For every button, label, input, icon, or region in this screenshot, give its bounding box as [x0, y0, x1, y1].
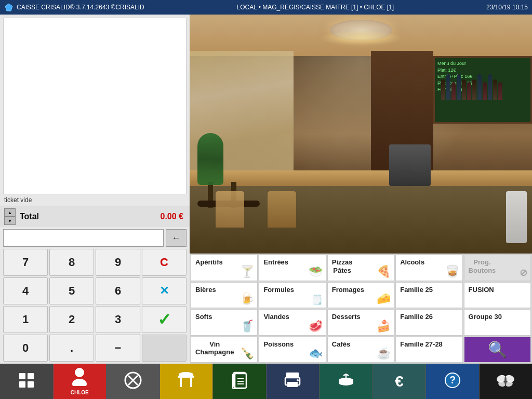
category-entrees[interactable]: Entrées 🥗	[259, 255, 326, 281]
key-minus[interactable]: −	[96, 335, 140, 362]
svg-marker-0	[5, 4, 12, 11]
key-8[interactable]: 8	[49, 249, 94, 276]
total-label: Total	[18, 212, 158, 221]
app-info: CAISSE CRISALID® 3.7.14.2643 ©CRISALID	[4, 3, 144, 12]
toolbar-cancel-button[interactable]	[107, 364, 160, 399]
svg-point-5	[75, 368, 84, 377]
toolbar-orders-button[interactable]	[213, 364, 267, 399]
svg-rect-3	[19, 381, 25, 388]
category-groupe-30[interactable]: Groupe 30	[464, 309, 531, 336]
titlebar: CAISSE CRISALID® 3.7.14.2643 ©CRISALID L…	[0, 0, 532, 15]
category-pizzas-pates[interactable]: PizzasPâtes 🍕	[327, 255, 394, 281]
toolbar-euro-button[interactable]: €	[373, 364, 427, 399]
total-scroll-arrows: ▲ ▼	[4, 208, 16, 225]
key-1[interactable]: 1	[3, 306, 48, 333]
alcools-icon: 🥃	[445, 265, 459, 278]
key-4[interactable]: 4	[3, 277, 48, 304]
datetime: 23/10/19 10:15	[486, 4, 528, 11]
key-clear[interactable]: C	[142, 249, 187, 276]
category-aperitifs[interactable]: Apéritifs 🍸	[191, 255, 258, 281]
svg-rect-22	[287, 382, 298, 387]
key-2[interactable]: 2	[49, 306, 94, 333]
key-ok[interactable]: ✓	[142, 306, 187, 333]
formules-icon: 🗒️	[311, 294, 323, 305]
key-3[interactable]: 3	[96, 306, 140, 333]
grid-icon	[18, 372, 35, 391]
toolbar-butterfly-button[interactable]	[480, 364, 533, 399]
search-icon: 🔍	[488, 340, 507, 358]
toolbar-table-button[interactable]	[160, 364, 214, 399]
categories-grid: Apéritifs 🍸 Entrées 🥗 PizzasPâtes 🍕 Alco…	[190, 254, 532, 364]
category-fusion[interactable]: FUSION	[464, 282, 531, 309]
softs-icon: 🥤	[240, 320, 254, 333]
print-icon	[283, 371, 302, 392]
toolbar-menu-button[interactable]	[320, 364, 373, 399]
key-cancel[interactable]: ✕	[142, 277, 187, 304]
scroll-down-button[interactable]: ▼	[4, 217, 16, 225]
svg-point-6	[72, 379, 87, 386]
receipt-list	[4, 18, 186, 194]
category-softs[interactable]: Softs 🥤	[191, 309, 258, 336]
svg-rect-2	[28, 373, 34, 379]
category-famille-25[interactable]: Famille 25	[395, 282, 462, 309]
scroll-up-button[interactable]: ▲	[4, 208, 16, 217]
app-logo-icon	[4, 3, 14, 12]
category-desserts[interactable]: Desserts 🍰	[327, 309, 394, 336]
category-poissons[interactable]: Poissons 🐟	[259, 337, 326, 363]
category-search[interactable]: 🔍	[464, 337, 531, 363]
table-icon	[177, 371, 195, 392]
category-prog-boutons[interactable]: Prog.Boutons ⊘	[464, 255, 531, 281]
category-famille-27-28[interactable]: Famille 27-28	[395, 337, 462, 363]
chloe-label: CHLOE	[71, 390, 89, 395]
category-cafes[interactable]: Cafés ☕	[327, 337, 394, 363]
key-empty	[142, 335, 187, 362]
category-viandes[interactable]: Viandes 🥩	[259, 309, 326, 336]
total-bar: ▲ ▼ Total 0.00 €	[0, 206, 190, 227]
category-alcools[interactable]: Alcools 🥃	[395, 255, 462, 281]
euro-icon: €	[395, 374, 404, 389]
bar-image: Menu du JourPlat: 12€Entrée+Plat: 16€Pla…	[190, 15, 532, 254]
svg-point-13	[179, 372, 193, 377]
main-area: ticket vide ▲ ▼ Total 0.00 € ← 7 8 9 C 4…	[0, 15, 532, 364]
category-bieres[interactable]: Bières 🍺	[191, 282, 258, 309]
poissons-icon: 🐟	[309, 347, 323, 360]
orders-icon	[231, 371, 248, 392]
aperitifs-icon: 🍸	[240, 265, 254, 278]
key-6[interactable]: 6	[96, 277, 140, 304]
category-vin-champagne[interactable]: VinChampagne 🍾	[191, 337, 258, 363]
key-dot[interactable]: .	[49, 335, 94, 362]
key-5[interactable]: 5	[49, 277, 94, 304]
pizzas-icon: 🍕	[377, 265, 391, 278]
svg-rect-11	[180, 378, 182, 387]
desserts-icon: 🍰	[377, 320, 391, 333]
entrees-icon: 🥗	[309, 265, 323, 278]
key-7[interactable]: 7	[3, 249, 48, 276]
svg-rect-4	[28, 381, 34, 388]
right-panel: Menu du JourPlat: 12€Entrée+Plat: 16€Pla…	[190, 15, 532, 364]
menu-icon	[337, 371, 355, 392]
category-famille-26[interactable]: Famille 26	[395, 309, 462, 336]
backspace-button[interactable]: ←	[166, 229, 187, 247]
toolbar-help-button[interactable]: ?	[426, 364, 480, 399]
numpad-grid: 7 8 9 C 4 5 6 ✕ 1 2 3 ✓ 0 . −	[3, 249, 187, 362]
toolbar-print-button[interactable]	[267, 364, 320, 399]
total-value: 0.00 €	[161, 212, 185, 221]
numpad-input[interactable]	[3, 229, 164, 247]
toolbar-chloe-button[interactable]: CHLOE	[54, 364, 107, 399]
key-9[interactable]: 9	[96, 249, 140, 276]
toolbar-grid-button[interactable]	[0, 364, 54, 399]
ticket-status: ticket vide	[0, 194, 190, 206]
svg-text:?: ?	[449, 374, 456, 385]
bieres-icon: 🍺	[240, 292, 254, 305]
cafes-icon: ☕	[377, 347, 391, 360]
help-icon: ?	[444, 371, 461, 392]
key-0[interactable]: 0	[3, 335, 48, 362]
numpad-area: ← 7 8 9 C 4 5 6 ✕ 1 2 3 ✓ 0 . −	[0, 227, 190, 364]
fromages-icon: 🧀	[377, 292, 391, 305]
category-formules[interactable]: Formules 🗒️	[259, 282, 326, 309]
location-info: LOCAL • MAG_REGIS/CAISSE MAITRE [1] • CH…	[237, 4, 394, 11]
prog-boutons-icon: ⊘	[520, 267, 527, 278]
category-fromages[interactable]: Fromages 🧀	[327, 282, 394, 309]
cancel-icon	[124, 371, 142, 392]
svg-rect-20	[286, 373, 299, 378]
